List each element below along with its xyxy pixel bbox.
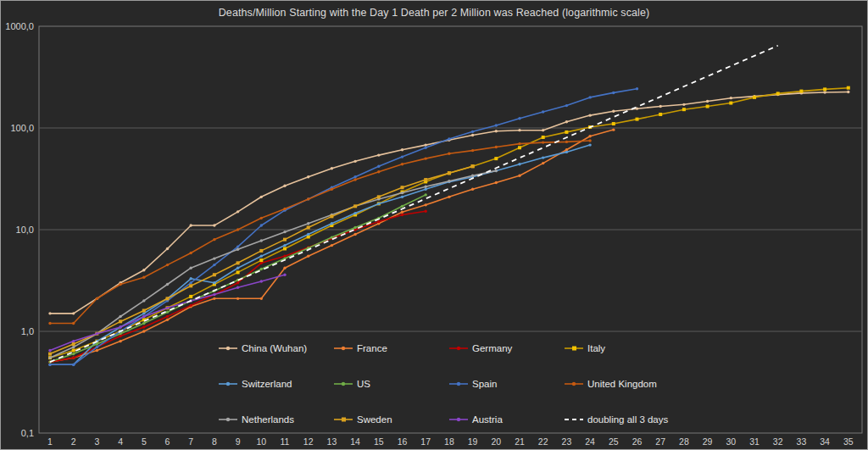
series-marker <box>425 193 427 196</box>
series-marker <box>307 225 310 229</box>
series-marker <box>142 299 145 302</box>
series-marker <box>565 151 568 153</box>
y-tick-label: 1,0 <box>21 326 34 336</box>
series-marker <box>776 92 780 95</box>
series-marker <box>847 86 850 90</box>
series-marker <box>448 171 451 175</box>
series-marker <box>330 214 333 218</box>
series-marker <box>72 353 75 355</box>
series-marker <box>353 204 357 208</box>
series-marker <box>612 128 615 131</box>
series-marker <box>119 340 121 342</box>
x-tick-label: 22 <box>538 436 548 447</box>
series-marker <box>190 304 192 307</box>
series-marker <box>448 137 450 140</box>
series-marker <box>401 148 403 151</box>
series-marker <box>448 153 450 155</box>
x-tick-label: 35 <box>843 436 854 447</box>
reference-line-doubling <box>50 46 778 362</box>
series-marker <box>166 283 169 286</box>
series-marker <box>425 203 427 206</box>
series-marker <box>96 297 98 300</box>
series-marker <box>236 267 239 269</box>
series-marker <box>331 188 333 191</box>
legend-item-italy-label: Italy <box>587 343 605 353</box>
x-tick-label: 31 <box>749 436 760 447</box>
series-line-united-kingdom <box>50 141 590 324</box>
series-marker <box>190 252 192 254</box>
series-marker <box>753 96 756 99</box>
series-marker <box>259 258 263 262</box>
series-marker <box>260 217 263 219</box>
legend-item-china-wuhan--label: China (Wuhan) <box>242 343 307 353</box>
x-tick-label: 15 <box>374 436 384 447</box>
series-marker <box>142 309 146 313</box>
series-marker <box>401 155 403 158</box>
series-marker <box>213 297 215 300</box>
series-marker <box>48 312 51 314</box>
series-marker <box>331 167 333 169</box>
series-marker <box>142 330 145 332</box>
series-marker <box>142 269 145 271</box>
series-marker <box>260 224 263 226</box>
legend-item-austria-marker <box>457 418 460 421</box>
x-tick-label: 30 <box>726 436 736 447</box>
series-marker <box>565 104 568 107</box>
x-tick-label: 33 <box>797 436 807 447</box>
series-marker <box>166 247 169 250</box>
series-marker <box>377 203 380 205</box>
series-marker <box>401 211 403 214</box>
series-marker <box>494 157 498 160</box>
series-marker <box>190 224 192 226</box>
series-marker <box>119 315 121 318</box>
series-marker <box>142 325 145 328</box>
series-marker <box>542 110 544 113</box>
series-marker <box>260 268 263 270</box>
series-marker <box>377 195 381 198</box>
x-tick-label: 3 <box>94 436 99 447</box>
x-tick-label: 17 <box>420 436 431 447</box>
legend-item-switzerland-label: Switzerland <box>242 379 292 389</box>
plot-svg: 1000,0100,010,01,00,11234567891011121314… <box>1 1 868 450</box>
series-marker <box>142 312 145 314</box>
series-marker <box>471 149 474 152</box>
legend-item-spain-label: Spain <box>472 379 497 389</box>
series-marker <box>565 120 568 123</box>
series-marker <box>72 322 75 325</box>
series-marker <box>518 129 520 131</box>
legend-item-germany-label: Germany <box>472 343 513 353</box>
series-marker <box>213 257 215 259</box>
series-marker <box>48 349 51 352</box>
legend-item-france-label: France <box>357 343 387 353</box>
series-line-china-wuhan- <box>50 92 849 314</box>
series-marker <box>72 346 75 348</box>
series-marker <box>48 322 51 325</box>
series-marker <box>307 197 309 200</box>
x-tick-label: 14 <box>350 436 360 447</box>
series-marker <box>823 87 826 91</box>
series-marker <box>213 281 215 284</box>
series-marker <box>471 134 474 136</box>
series-marker <box>236 281 239 284</box>
series-marker <box>236 210 239 213</box>
series-marker <box>72 312 75 314</box>
series-marker <box>119 283 121 286</box>
series-marker <box>190 267 192 269</box>
series-marker <box>353 175 356 178</box>
series-marker <box>729 102 732 105</box>
series-marker <box>283 185 286 187</box>
series-marker <box>119 319 122 323</box>
series-marker <box>495 130 498 132</box>
series-marker <box>471 164 475 168</box>
series-marker <box>283 267 286 269</box>
series-marker <box>283 247 287 250</box>
legend-item-us-marker <box>342 382 345 386</box>
series-marker <box>48 356 51 358</box>
series-marker <box>377 153 380 156</box>
legend-item-austria-label: Austria <box>472 414 503 425</box>
series-marker <box>823 91 826 93</box>
x-tick-label: 7 <box>188 436 193 447</box>
series-marker <box>542 162 544 164</box>
series-marker <box>425 186 427 188</box>
series-marker <box>189 284 192 287</box>
